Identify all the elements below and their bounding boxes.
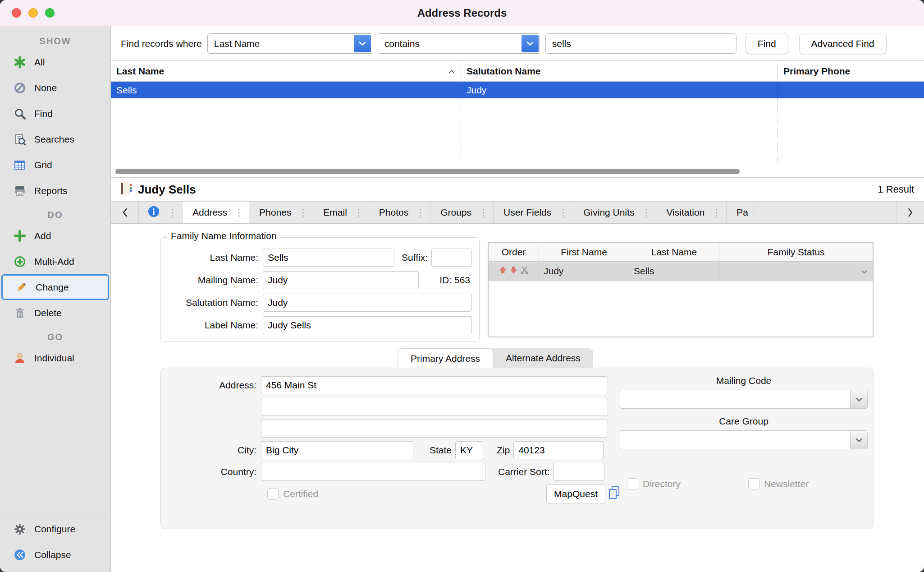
- results-table: Last Name Salutation Name Primary Phone …: [111, 60, 924, 178]
- address-label: Address:: [161, 380, 261, 391]
- tab-truncated[interactable]: Pa: [727, 202, 754, 223]
- tab-photos[interactable]: Photos: [369, 202, 430, 223]
- address-line3-input[interactable]: [261, 420, 608, 438]
- find-button[interactable]: Find: [746, 33, 788, 54]
- member-order-cell: [489, 262, 539, 280]
- column-header-last-name[interactable]: Last Name: [111, 61, 461, 81]
- minimize-window-button[interactable]: [28, 8, 38, 18]
- sidebar-section-do: DO: [0, 203, 110, 223]
- tab-drag-handle-icon[interactable]: [234, 207, 243, 218]
- sidebar-item-individual[interactable]: Individual: [0, 345, 110, 371]
- member-first-name[interactable]: Judy: [539, 262, 629, 280]
- sidebar-item-reports[interactable]: Reports: [0, 178, 110, 203]
- label-name-input[interactable]: [263, 316, 472, 334]
- sidebar-item-add[interactable]: Add: [0, 223, 110, 249]
- tab-giving-units[interactable]: Giving Units: [573, 202, 656, 223]
- tab-drag-handle-icon[interactable]: [298, 207, 307, 218]
- sidebar-item-collapse[interactable]: Collapse: [0, 542, 110, 567]
- tab-drag-handle-icon[interactable]: [354, 207, 363, 218]
- address-line2-input[interactable]: [261, 398, 608, 416]
- chevron-down-icon: [521, 35, 539, 52]
- tab-drag-handle-icon[interactable]: [712, 207, 721, 218]
- sidebar-item-label: All: [34, 57, 45, 68]
- scrollbar-thumb[interactable]: [115, 169, 740, 174]
- table-row-selected[interactable]: Sells Judy: [111, 82, 924, 98]
- care-group-select[interactable]: [620, 430, 868, 449]
- newsletter-checkbox[interactable]: [748, 478, 759, 489]
- sidebar-item-delete[interactable]: Delete: [0, 300, 110, 326]
- directory-checkbox[interactable]: [627, 478, 638, 489]
- certified-label: Certified: [283, 489, 318, 499]
- tab-drag-handle-icon[interactable]: [479, 207, 488, 218]
- tab-drag-handle-icon[interactable]: [168, 207, 177, 218]
- sidebar-item-label: Multi-Add: [34, 256, 74, 267]
- newsletter-label: Newsletter: [764, 479, 809, 489]
- sidebar-item-find[interactable]: Find: [0, 101, 110, 126]
- search-value-input[interactable]: [545, 33, 736, 54]
- sidebar-item-label: None: [34, 83, 57, 93]
- move-down-icon[interactable]: [509, 266, 518, 277]
- sidebar-item-all[interactable]: All: [0, 49, 110, 75]
- city-input[interactable]: [261, 441, 413, 459]
- cell-last-name: Sells: [111, 82, 461, 98]
- members-column-family-status: Family Status: [719, 243, 873, 261]
- member-row[interactable]: Judy Sells: [489, 262, 873, 281]
- sidebar-item-label: Configure: [34, 524, 75, 535]
- carrier-sort-input[interactable]: [553, 463, 604, 481]
- certified-checkbox[interactable]: [267, 489, 279, 500]
- mapquest-button[interactable]: MapQuest: [546, 484, 605, 503]
- column-header-salutation-name[interactable]: Salutation Name: [461, 61, 778, 81]
- mailing-code-select[interactable]: [620, 390, 868, 409]
- tab-scroll-left-button[interactable]: [111, 202, 139, 223]
- find-bar: Find records where Last Name contains Fi…: [111, 26, 924, 60]
- record-header: Judy Sells 1 Result: [111, 178, 924, 201]
- grid-icon: [13, 158, 27, 172]
- sidebar-item-grid[interactable]: Grid: [0, 152, 110, 178]
- tab-scroll-right-button[interactable]: [896, 202, 924, 223]
- members-header-row: Order First Name Last Name Family Status: [489, 243, 873, 262]
- scissors-icon[interactable]: [520, 266, 529, 277]
- tab-address[interactable]: Address: [183, 202, 249, 223]
- tab-phones[interactable]: Phones: [249, 202, 313, 223]
- sidebar-item-none[interactable]: None: [0, 75, 110, 101]
- suffix-input[interactable]: [431, 249, 472, 267]
- tab-drag-handle-icon[interactable]: [416, 207, 425, 218]
- salutation-name-input[interactable]: [263, 294, 472, 312]
- sidebar-item-change[interactable]: Change: [1, 274, 109, 300]
- sidebar-item-searches[interactable]: Searches: [0, 126, 110, 152]
- tab-email[interactable]: Email: [313, 202, 369, 223]
- tab-primary-address[interactable]: Primary Address: [398, 348, 493, 368]
- cell-salutation-name: Judy: [461, 82, 778, 98]
- primary-address-panel: Address: City:: [160, 368, 874, 529]
- address-line1-input[interactable]: [261, 376, 608, 394]
- table-row-empty: [111, 98, 924, 115]
- field-select[interactable]: Last Name: [207, 33, 372, 54]
- tab-label: User Fields: [503, 207, 551, 218]
- country-input[interactable]: [261, 463, 485, 481]
- column-header-primary-phone[interactable]: Primary Phone: [778, 61, 924, 81]
- tab-drag-handle-icon[interactable]: [558, 207, 567, 218]
- tab-groups[interactable]: Groups: [430, 202, 494, 223]
- advanced-find-button[interactable]: Advanced Find: [799, 33, 887, 54]
- zoom-window-button[interactable]: [45, 8, 55, 18]
- state-input[interactable]: [455, 441, 484, 459]
- mailing-code-label: Mailing Code: [716, 375, 772, 386]
- tab-alternate-address[interactable]: Alternate Address: [493, 348, 593, 368]
- close-window-button[interactable]: [12, 8, 21, 18]
- sidebar-item-configure[interactable]: Configure: [0, 516, 110, 542]
- move-up-icon[interactable]: [499, 266, 507, 277]
- sidebar-item-multi-add[interactable]: Multi-Add: [0, 249, 110, 274]
- mailing-name-input[interactable]: [263, 271, 419, 289]
- sidebar-item-label: Collapse: [34, 549, 71, 560]
- tab-user-fields[interactable]: User Fields: [494, 202, 573, 223]
- tab-info[interactable]: [139, 202, 183, 223]
- tab-visitation[interactable]: Visitation: [656, 202, 727, 223]
- tab-drag-handle-icon[interactable]: [641, 207, 650, 218]
- zip-input[interactable]: [513, 441, 604, 459]
- last-name-input[interactable]: [263, 249, 394, 267]
- operator-select[interactable]: contains: [378, 33, 540, 54]
- sidebar-section-show: SHOW: [0, 30, 110, 49]
- mailing-name-label: Mailing Name:: [168, 275, 263, 286]
- member-family-status-select[interactable]: [719, 262, 873, 280]
- member-last-name[interactable]: Sells: [629, 262, 719, 280]
